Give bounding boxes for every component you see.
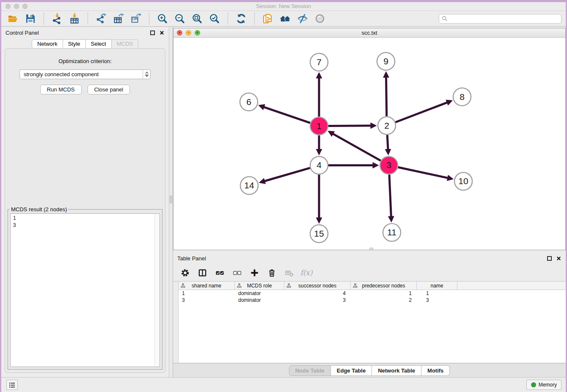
node-6[interactable]: 6: [240, 93, 258, 111]
network-canvas[interactable]: 7968124314101511: [173, 38, 565, 250]
tab-style[interactable]: Style: [63, 39, 86, 49]
network-close-button[interactable]: ×: [177, 30, 182, 36]
edge-4-14[interactable]: [261, 168, 310, 182]
control-panel-float-button[interactable]: [149, 30, 155, 36]
network-minimize-button[interactable]: −: [186, 30, 191, 36]
node-label: 9: [383, 56, 388, 66]
edge-1-2[interactable]: [328, 126, 375, 126]
edge-2-9[interactable]: [386, 73, 386, 116]
table-cell-mcds-role: dominator: [235, 290, 284, 297]
zoom-fit-button[interactable]: [190, 12, 204, 25]
task-history-button[interactable]: [6, 380, 18, 390]
clone-network-icon: [262, 13, 273, 24]
column-header-predecessor-nodes[interactable]: predecessor nodes: [351, 282, 417, 290]
tab-network[interactable]: Network: [32, 39, 63, 49]
panel-split-divider[interactable]: [169, 27, 173, 377]
show-panels-button[interactable]: [313, 12, 327, 25]
table-panel-float-button[interactable]: [546, 255, 552, 261]
edge-2-8[interactable]: [396, 101, 451, 122]
run-mcds-button[interactable]: Run MCDS: [40, 85, 82, 94]
network-graph[interactable]: 7968124314101511: [173, 38, 565, 250]
node-8[interactable]: 8: [453, 88, 471, 106]
open-session-button[interactable]: [6, 12, 20, 25]
edge-3-11[interactable]: [389, 174, 391, 221]
home-button[interactable]: [278, 12, 292, 25]
export-network-button[interactable]: [94, 12, 108, 25]
table-cell-successor-nodes: 4: [284, 290, 351, 297]
optimization-criterion-select[interactable]: strongly connected component: [19, 69, 151, 79]
table-body: 1dominator4113dominator323: [179, 290, 566, 304]
table-options-button[interactable]: [180, 268, 190, 278]
window-close-button[interactable]: [6, 4, 11, 9]
function-builder-button: f(x): [301, 268, 311, 278]
node-1[interactable]: 1: [310, 117, 328, 135]
node-label: 2: [384, 121, 389, 130]
control-panel-close-button[interactable]: [159, 30, 165, 36]
tab-edge-table[interactable]: Edge Table: [331, 365, 372, 376]
save-session-button[interactable]: [24, 12, 37, 25]
column-header-shared-name[interactable]: shared name: [179, 282, 235, 290]
refresh-button[interactable]: [234, 12, 248, 25]
import-table-icon: [69, 13, 80, 24]
table-row[interactable]: 3dominator323: [179, 297, 566, 304]
clone-network-button[interactable]: [261, 12, 275, 25]
add-column-button[interactable]: [249, 268, 259, 278]
edge-3-10[interactable]: [398, 167, 452, 179]
table-cell-predecessor-nodes: 2: [351, 297, 417, 304]
import-network-button[interactable]: [50, 12, 64, 25]
list-icon: [8, 381, 16, 389]
divider-grip[interactable]: [170, 196, 172, 203]
edge-2-3[interactable]: [387, 135, 388, 154]
column-header-mcds-role[interactable]: MCDS role: [235, 282, 284, 290]
export-image-button[interactable]: [129, 12, 143, 25]
node-3[interactable]: 3: [380, 156, 398, 174]
toolbar-separator: [44, 13, 44, 25]
search-box[interactable]: [439, 14, 561, 24]
node-2[interactable]: 2: [378, 117, 396, 135]
search-input[interactable]: [449, 16, 559, 22]
memory-button[interactable]: Memory: [526, 380, 561, 390]
table-panel-close-button[interactable]: [556, 255, 561, 261]
toolbar-separator: [88, 13, 88, 25]
canvas-resize-grip[interactable]: [369, 248, 373, 250]
zoom-out-button[interactable]: [173, 12, 187, 25]
export-table-button[interactable]: [112, 12, 125, 25]
tab-mcds[interactable]: MCDS: [112, 39, 138, 49]
window-zoom-button[interactable]: [22, 4, 28, 9]
zoom-selected-button[interactable]: [208, 12, 221, 25]
network-zoom-button[interactable]: +: [195, 30, 200, 36]
delete-column-button[interactable]: [267, 268, 277, 278]
hide-panels-button[interactable]: [296, 12, 309, 25]
edge-3-1[interactable]: [329, 132, 380, 160]
result-scrollbar[interactable]: [154, 214, 160, 367]
column-header-name[interactable]: name: [417, 282, 457, 290]
show-columns-button[interactable]: [197, 268, 207, 278]
app-title: Session: New Session: [1, 2, 566, 11]
import-table-button[interactable]: [68, 12, 81, 25]
tab-motifs[interactable]: Motifs: [421, 365, 450, 376]
node-10[interactable]: 10: [454, 172, 472, 190]
column-tree-icon: [353, 283, 358, 288]
mcds-result-area[interactable]: 1 3: [10, 213, 160, 367]
criterion-value: strongly connected component: [24, 71, 99, 77]
table-cell-mcds-role: dominator: [235, 297, 284, 304]
node-7[interactable]: 7: [310, 53, 328, 71]
node-14[interactable]: 14: [240, 177, 258, 194]
node-15[interactable]: 15: [310, 225, 328, 243]
window-minimize-button[interactable]: [14, 4, 19, 9]
edge-1-6[interactable]: [260, 106, 310, 123]
select-all-columns-icon: [215, 268, 224, 277]
node-4[interactable]: 4: [310, 156, 328, 174]
unselect-all-columns-button[interactable]: [232, 268, 242, 278]
close-panel-button[interactable]: Close panel: [88, 85, 130, 94]
column-header-successor-nodes[interactable]: successor nodes: [284, 282, 351, 290]
zoom-in-button[interactable]: [156, 12, 169, 25]
table-row[interactable]: 1dominator411: [179, 290, 566, 297]
tab-network-table[interactable]: Network Table: [372, 365, 421, 376]
tab-select[interactable]: Select: [86, 39, 112, 49]
tab-node-table[interactable]: Node Table: [289, 365, 331, 376]
node-9[interactable]: 9: [377, 52, 395, 70]
select-all-columns-button[interactable]: [215, 268, 225, 278]
node-11[interactable]: 11: [383, 224, 401, 241]
app-titlebar: Session: New Session: [1, 2, 566, 11]
